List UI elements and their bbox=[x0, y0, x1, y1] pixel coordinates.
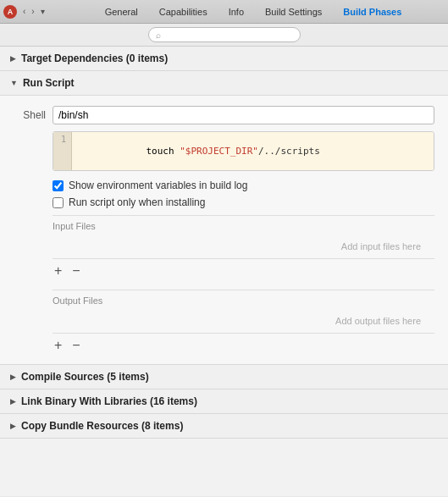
run-script-label: Run Script bbox=[23, 77, 75, 89]
tab-build-phases[interactable]: Build Phases bbox=[333, 3, 412, 21]
code-editor[interactable]: 1 touch "$PROJECT_DIR"/../scripts bbox=[53, 131, 434, 171]
tab-bar-left: A ‹ › ▾ bbox=[3, 5, 63, 19]
output-files-placeholder: Add output files here bbox=[53, 309, 434, 334]
section-compile-sources-label: Compile Sources (5 items) bbox=[21, 371, 149, 383]
checkbox-show-env-label: Show environment variables in build log bbox=[69, 179, 247, 191]
search-icon: ⌕ bbox=[156, 30, 161, 40]
tab-capabilities[interactable]: Capabilities bbox=[149, 3, 218, 21]
section-target-dependencies[interactable]: ▶ Target Dependencies (0 items) bbox=[0, 47, 448, 71]
section-target-dependencies-label: Target Dependencies (0 items) bbox=[21, 52, 168, 64]
tab-general[interactable]: General bbox=[95, 3, 149, 21]
checkbox-run-installing: Run script only when installing bbox=[53, 196, 434, 208]
output-files-section: Output Files Add output files here + − bbox=[53, 290, 434, 357]
content-area: ▶ Target Dependencies (0 items) ▼ Run Sc… bbox=[0, 47, 448, 496]
nav-forward-icon[interactable]: › bbox=[29, 5, 36, 18]
window-icon: A bbox=[3, 5, 17, 19]
nav-dropdown-icon[interactable]: ▾ bbox=[38, 5, 47, 18]
section-link-binary[interactable]: ▶ Link Binary With Libraries (16 items) bbox=[0, 389, 448, 414]
input-files-actions: + − bbox=[53, 259, 434, 283]
run-script-header[interactable]: ▼ Run Script bbox=[0, 71, 448, 96]
code-line-1: 1 touch "$PROJECT_DIR"/../scripts bbox=[53, 132, 434, 170]
search-wrapper: ⌕ bbox=[148, 27, 301, 42]
search-input[interactable] bbox=[164, 30, 293, 40]
output-files-header: Output Files bbox=[53, 290, 434, 309]
triangle-compile-sources-icon: ▶ bbox=[10, 373, 16, 381]
section-copy-bundle-label: Copy Bundle Resources (8 items) bbox=[21, 420, 183, 432]
input-files-add-button[interactable]: + bbox=[53, 264, 64, 278]
section-copy-bundle[interactable]: ▶ Copy Bundle Resources (8 items) bbox=[0, 414, 448, 439]
input-files-section: Input Files Add input files here + − bbox=[53, 215, 434, 283]
output-files-actions: + − bbox=[53, 334, 434, 357]
nav-back-icon[interactable]: ‹ bbox=[20, 5, 28, 18]
triangle-link-binary-icon: ▶ bbox=[10, 397, 16, 406]
code-content: touch "$PROJECT_DIR"/../scripts bbox=[72, 132, 327, 170]
tab-info[interactable]: Info bbox=[218, 3, 255, 21]
output-files-remove-button[interactable]: − bbox=[70, 339, 81, 352]
code-keyword: touch bbox=[146, 146, 174, 157]
input-files-header: Input Files bbox=[53, 215, 434, 235]
section-link-binary-label: Link Binary With Libraries (16 items) bbox=[21, 395, 197, 407]
output-files-add-button[interactable]: + bbox=[53, 339, 64, 352]
nav-arrows: ‹ › ▾ bbox=[20, 5, 47, 18]
shell-label: Shell bbox=[14, 109, 46, 121]
triangle-target-dependencies-icon: ▶ bbox=[10, 54, 16, 63]
triangle-run-script-icon: ▼ bbox=[10, 79, 18, 87]
tab-bar: A ‹ › ▾ General Capabilities Info Build … bbox=[0, 0, 448, 24]
tab-build-settings[interactable]: Build Settings bbox=[255, 3, 333, 21]
run-script-body: Shell 1 touch "$PROJECT_DIR"/../scripts … bbox=[0, 96, 448, 364]
section-compile-sources[interactable]: ▶ Compile Sources (5 items) bbox=[0, 365, 448, 389]
line-number: 1 bbox=[53, 132, 72, 170]
checkbox-show-env: Show environment variables in build log bbox=[53, 179, 434, 191]
search-bar: ⌕ bbox=[0, 24, 448, 47]
checkbox-show-env-input[interactable] bbox=[53, 180, 64, 191]
code-plain: /../scripts bbox=[258, 146, 320, 157]
section-run-script: ▼ Run Script Shell 1 touch "$PROJECT_DIR… bbox=[0, 71, 448, 365]
tabs: General Capabilities Info Build Settings… bbox=[63, 3, 445, 21]
checkbox-run-installing-label: Run script only when installing bbox=[69, 196, 205, 208]
triangle-copy-bundle-icon: ▶ bbox=[10, 422, 16, 430]
shell-row: Shell bbox=[14, 106, 434, 124]
input-files-remove-button[interactable]: − bbox=[70, 264, 81, 278]
shell-input[interactable] bbox=[53, 106, 434, 124]
checkbox-run-installing-input[interactable] bbox=[53, 197, 64, 208]
code-string: "$PROJECT_DIR" bbox=[180, 146, 258, 157]
input-files-placeholder: Add input files here bbox=[53, 235, 434, 259]
